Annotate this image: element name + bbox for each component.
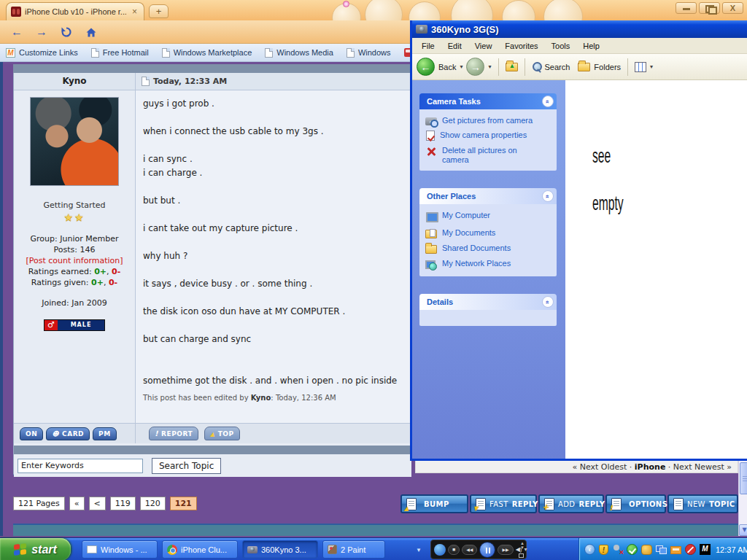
person-icon — [52, 430, 59, 438]
taskbar-item-paint[interactable]: 2 Paint — [322, 540, 385, 559]
explorer-title-bar[interactable]: 360Kyno 3G(S) — [412, 20, 747, 38]
folders-label[interactable]: Folders — [594, 63, 621, 71]
tray-collapse-icon[interactable] — [584, 544, 595, 555]
task-delete-pictures[interactable]: Delete all pictures on camera — [425, 146, 552, 165]
new-tab-button[interactable] — [149, 4, 169, 18]
fast-reply-button[interactable]: FASTREPLY — [470, 494, 537, 513]
forward-dropdown-icon[interactable]: ▾ — [488, 63, 491, 70]
link-shared-documents[interactable]: Shared Documents — [425, 244, 552, 254]
back-label[interactable]: Back — [438, 63, 456, 71]
forward-icon[interactable]: → — [466, 58, 484, 76]
top-button[interactable]: TOP — [204, 427, 240, 440]
fast-reply-doc-icon — [476, 498, 486, 510]
task-get-pictures[interactable]: Get pictures from camera — [425, 116, 552, 125]
card-button[interactable]: CARD — [46, 427, 90, 440]
scroll-down-icon[interactable] — [739, 524, 747, 536]
get-pictures-icon — [425, 117, 437, 125]
browser-tab[interactable]: iPhone Club v10 - iPhone r... — [6, 2, 144, 20]
menu-tools[interactable]: Tools — [545, 40, 577, 52]
collapse-chevron-icon[interactable]: » — [542, 296, 554, 308]
bookmark-windows-media[interactable]: Windows Media — [265, 48, 333, 58]
bookmark-customize-links[interactable]: Customize Links — [6, 48, 78, 58]
pm-button[interactable]: PM — [93, 427, 117, 440]
pause-icon[interactable] — [479, 542, 495, 558]
taskbar-item-browser[interactable]: iPhone Clu... — [162, 540, 238, 559]
camera-tasks-header[interactable]: Camera Tasks » — [419, 93, 557, 109]
orange-app-icon[interactable] — [670, 546, 681, 554]
report-button[interactable]: REPORT — [149, 427, 198, 440]
bookmark-free-hotmail[interactable]: Free Hotmail — [91, 48, 149, 58]
explorer-file-area[interactable]: see empty — [565, 80, 747, 459]
new-topic-button[interactable]: NEWTOPIC — [667, 494, 738, 513]
search-label[interactable]: Search — [545, 63, 570, 71]
options-button[interactable]: OPTIONS — [605, 494, 666, 513]
toolbar-separator — [498, 58, 499, 76]
post-count-link[interactable]: [Post count information] — [14, 255, 135, 266]
link-my-network-places[interactable]: My Network Places — [425, 259, 552, 271]
close-button[interactable] — [722, 2, 743, 14]
taskbar-item-windows[interactable]: Windows - ... — [82, 540, 158, 559]
network-icon[interactable] — [656, 544, 667, 555]
security-shield-icon[interactable] — [599, 545, 608, 555]
bookmark-windows-marketplace[interactable]: Windows Marketplace — [162, 48, 252, 58]
exclamation-icon — [155, 429, 158, 438]
window-icon — [87, 545, 97, 553]
link-my-computer[interactable]: My Computer — [425, 211, 552, 223]
back-icon[interactable]: ← — [6, 23, 28, 42]
details-header[interactable]: Details » — [419, 294, 557, 310]
next-oldest-link[interactable]: « Next Oldest · — [572, 462, 632, 472]
start-button[interactable]: start — [0, 538, 71, 560]
views-dropdown-icon[interactable]: ▾ — [650, 63, 653, 70]
details-body — [419, 310, 557, 326]
menu-favorites[interactable]: Favorites — [498, 40, 544, 52]
wmp-spinner-icon[interactable] — [520, 541, 525, 550]
toolbar-chevron-icon[interactable] — [416, 547, 422, 553]
collapse-chevron-icon[interactable]: » — [542, 190, 554, 202]
gold-app-icon[interactable] — [641, 545, 652, 555]
page-scrollbar[interactable] — [738, 461, 747, 536]
bump-button[interactable]: BUMP — [400, 494, 468, 513]
muted-icon[interactable] — [685, 544, 696, 555]
antivirus-ok-icon[interactable] — [627, 544, 638, 555]
stop-icon[interactable] — [448, 545, 460, 555]
add-reply-doc-icon — [544, 498, 554, 510]
m-app-icon[interactable] — [700, 544, 711, 555]
folders-icon[interactable] — [578, 63, 590, 71]
taskbar-item-explorer[interactable]: 360Kyno 3... — [242, 540, 318, 559]
online-status-button[interactable]: ON — [20, 427, 43, 440]
keywords-input[interactable] — [18, 459, 143, 473]
topic-link[interactable]: iPhone — [635, 462, 666, 472]
menu-file[interactable]: File — [415, 40, 441, 52]
other-places-header[interactable]: Other Places » — [419, 188, 557, 204]
task-camera-properties[interactable]: Show camera properties — [425, 131, 552, 141]
views-icon[interactable] — [635, 62, 646, 72]
link-my-documents[interactable]: My Documents — [425, 228, 552, 238]
menu-help[interactable]: Help — [576, 40, 606, 52]
restore-button[interactable] — [699, 2, 720, 14]
previous-track-icon[interactable] — [462, 545, 477, 555]
back-dropdown-icon[interactable]: ▾ — [460, 63, 462, 70]
messenger-offline-icon[interactable] — [612, 544, 623, 555]
add-reply-button[interactable]: ADDREPLY — [538, 494, 604, 513]
home-icon[interactable] — [80, 23, 102, 42]
post-line — [143, 111, 404, 125]
gender-badge: ♂ MALE — [44, 319, 105, 331]
forward-icon[interactable]: → — [31, 23, 53, 42]
minimize-button[interactable] — [676, 2, 697, 14]
tab-close-icon[interactable] — [130, 7, 139, 17]
back-icon[interactable]: ← — [417, 58, 435, 76]
menu-edit[interactable]: Edit — [441, 40, 468, 52]
scrollbar-thumb[interactable] — [740, 462, 747, 494]
reload-icon[interactable] — [55, 23, 77, 42]
wmp-restore-icon[interactable] — [519, 553, 524, 558]
up-folder-icon[interactable] — [506, 63, 518, 71]
next-newest-link[interactable]: · Next Newest » — [668, 462, 732, 472]
search-topic-button[interactable]: Search Topic — [152, 458, 221, 474]
volume-dropdown-icon[interactable]: ▾ — [525, 546, 527, 553]
next-track-icon[interactable] — [498, 545, 513, 555]
search-icon[interactable] — [532, 62, 541, 71]
menu-view[interactable]: View — [468, 40, 499, 52]
bookmark-windows[interactable]: Windows — [347, 48, 391, 58]
collapse-chevron-icon[interactable]: » — [542, 96, 554, 107]
top-label: TOP — [218, 430, 234, 438]
